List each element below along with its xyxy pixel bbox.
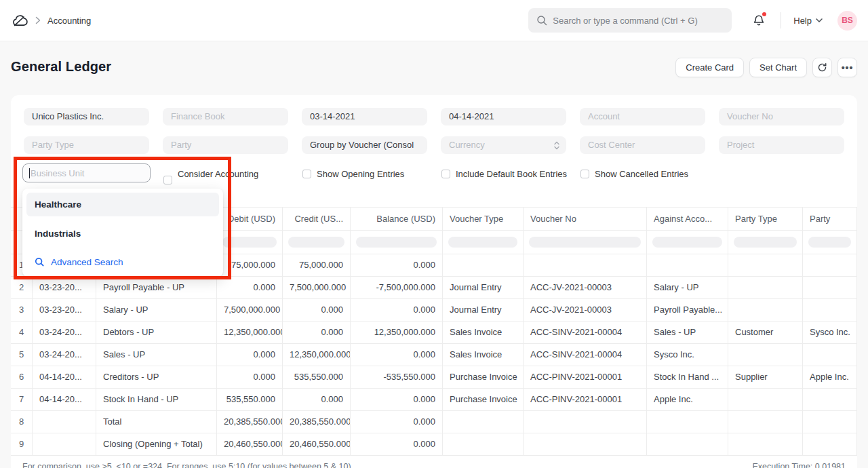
help-menu[interactable]: Help xyxy=(793,16,823,26)
cell-against-account[interactable]: Payroll Payable... xyxy=(647,299,728,321)
cell-voucher-type[interactable]: Voucher Type xyxy=(443,208,524,230)
cell-against-account[interactable]: Salary - UP xyxy=(647,277,728,298)
cell-voucher-type[interactable]: Journal Entry xyxy=(443,277,524,298)
cell-party[interactable] xyxy=(803,411,857,433)
cell-account[interactable]: Debtors - UP xyxy=(96,321,217,343)
column-filter-input[interactable] xyxy=(448,237,517,248)
cell-debit[interactable]: 75,000.000 xyxy=(217,254,283,276)
cell-balance[interactable]: 0.000 xyxy=(351,433,443,455)
cell-party[interactable] xyxy=(803,433,857,455)
cell-party-type[interactable] xyxy=(728,411,803,433)
filter-currency[interactable]: Currency xyxy=(441,136,566,154)
cell-balance[interactable] xyxy=(351,231,443,254)
cell-credit[interactable]: 20,460,550.000 xyxy=(283,433,351,455)
checkbox[interactable] xyxy=(302,170,311,178)
cell-party-type[interactable] xyxy=(728,299,803,321)
cell-posting-date[interactable] xyxy=(33,433,96,455)
filter-account[interactable]: Account xyxy=(580,108,705,125)
cell-party[interactable] xyxy=(803,389,857,410)
refresh-button[interactable] xyxy=(812,58,832,77)
cell-party[interactable]: Sysco Inc. xyxy=(803,321,857,343)
breadcrumb[interactable]: Accounting xyxy=(47,16,91,26)
cell-party[interactable]: Apple Inc. xyxy=(803,366,857,388)
cell-account[interactable]: Creditors - UP xyxy=(96,366,217,388)
cell-account[interactable]: Total xyxy=(96,411,217,433)
checkbox-show-opening-entries[interactable]: Show Opening Entries xyxy=(302,165,404,182)
cell-voucher-type[interactable] xyxy=(443,254,524,276)
cell-voucher-type[interactable]: Purchase Invoice xyxy=(443,366,524,388)
cell-party[interactable] xyxy=(803,277,857,298)
cell-party-type[interactable] xyxy=(728,254,803,276)
cell-voucher-no[interactable]: ACC-PINV-2021-00001 xyxy=(524,389,647,410)
cell-account[interactable]: Sales - UP xyxy=(96,344,217,366)
cell-voucher-no[interactable]: ACC-JV-2021-00003 xyxy=(524,277,647,298)
cell-debit[interactable] xyxy=(217,231,283,254)
cell-account[interactable]: Closing (Opening + Total) xyxy=(96,433,217,455)
cell-account[interactable]: Stock In Hand - UP xyxy=(96,389,217,410)
checkbox[interactable] xyxy=(163,176,172,184)
column-filter-input[interactable] xyxy=(356,237,437,248)
cell-balance[interactable]: -535,550.000 xyxy=(351,366,443,388)
dropdown-item-healthcare[interactable]: Healthcare xyxy=(26,193,219,216)
cell-credit[interactable] xyxy=(283,231,351,254)
cell-posting-date[interactable]: 03-24-20... xyxy=(33,321,96,343)
cell-posting-date[interactable] xyxy=(33,411,96,433)
cell-party-type[interactable] xyxy=(728,433,803,455)
cell-credit[interactable]: 7,500,000.000 xyxy=(283,277,351,298)
filter-cost-center[interactable]: Cost Center xyxy=(580,136,705,154)
cell-against-account[interactable] xyxy=(647,433,728,455)
cell-posting-date[interactable]: 04-14-20... xyxy=(33,389,96,410)
cell-debit[interactable]: 20,460,550.000 xyxy=(217,433,283,455)
cell-debit[interactable]: 535,550.000 xyxy=(217,389,283,410)
checkbox-show-cancelled-entries[interactable]: Show Cancelled Entries xyxy=(580,165,688,182)
cell-voucher-type[interactable]: Journal Entry xyxy=(443,299,524,321)
filter-03-14-2021[interactable]: 03-14-2021 xyxy=(302,108,427,125)
cell-party[interactable]: Party xyxy=(803,208,857,230)
cell-party[interactable] xyxy=(803,231,857,254)
cell-balance[interactable]: 0.000 xyxy=(351,411,443,433)
cell-debit[interactable]: 0.000 xyxy=(217,344,283,366)
cell-against-account[interactable]: Sysco Inc. xyxy=(647,344,728,366)
cell-voucher-no[interactable]: ACC-JV-2021-00003 xyxy=(524,299,647,321)
cell-debit[interactable]: 0.000 xyxy=(217,277,283,298)
cell-posting-date[interactable]: 03-23-20... xyxy=(33,299,96,321)
cell-voucher-no[interactable] xyxy=(524,254,647,276)
cell-debit[interactable]: 7,500,000.000 xyxy=(217,299,283,321)
column-filter-input[interactable] xyxy=(222,237,277,248)
cell-posting-date[interactable]: 03-24-20... xyxy=(33,344,96,366)
filter-project[interactable]: Project xyxy=(719,136,844,154)
create-card-button[interactable]: Create Card xyxy=(675,58,744,77)
cell-party-type[interactable]: Supplier xyxy=(728,366,803,388)
filter-finance-book[interactable]: Finance Book xyxy=(163,108,288,125)
cell-voucher-no[interactable]: ACC-SINV-2021-00004 xyxy=(524,344,647,366)
cell-against-account[interactable] xyxy=(647,254,728,276)
column-filter-input[interactable] xyxy=(808,237,851,248)
advanced-search-link[interactable]: Advanced Search xyxy=(26,251,219,273)
cell-balance[interactable]: 0.000 xyxy=(351,389,443,410)
cell-voucher-type[interactable]: Sales Invoice xyxy=(443,344,524,366)
notifications-button[interactable] xyxy=(752,14,766,27)
cell-balance[interactable]: 12,350,000.000 xyxy=(351,321,443,343)
column-filter-input[interactable] xyxy=(529,237,641,248)
cell-balance[interactable]: 0.000 xyxy=(351,299,443,321)
cell-account[interactable]: Salary - UP xyxy=(96,299,217,321)
cell-credit[interactable]: 0.000 xyxy=(283,321,351,343)
cell-credit[interactable]: 12,350,000.000 xyxy=(283,344,351,366)
cell-credit[interactable]: 75,000.000 xyxy=(283,254,351,276)
cell-credit[interactable]: 535,550.000 xyxy=(283,366,351,388)
cell-voucher-no[interactable]: ACC-PINV-2021-00001 xyxy=(524,366,647,388)
filter-party[interactable]: Party xyxy=(163,136,288,154)
checkbox[interactable] xyxy=(580,170,589,178)
cell-voucher-type[interactable] xyxy=(443,231,524,254)
cell-voucher-no[interactable]: ACC-SINV-2021-00004 xyxy=(524,321,647,343)
cell-party-type[interactable] xyxy=(728,344,803,366)
cell-voucher-no[interactable] xyxy=(524,231,647,254)
cell-party-type[interactable] xyxy=(728,389,803,410)
checkbox-include-default-book-entries[interactable]: Include Default Book Entries xyxy=(441,165,567,182)
app-logo-icon[interactable] xyxy=(11,12,28,29)
avatar[interactable]: BS xyxy=(837,11,857,31)
cell-party[interactable] xyxy=(803,344,857,366)
cell-voucher-type[interactable]: Purchase Invoice xyxy=(443,389,524,410)
cell-debit[interactable]: Debit (USD) xyxy=(217,208,283,230)
business-unit-input[interactable]: Business Unit xyxy=(22,163,151,182)
